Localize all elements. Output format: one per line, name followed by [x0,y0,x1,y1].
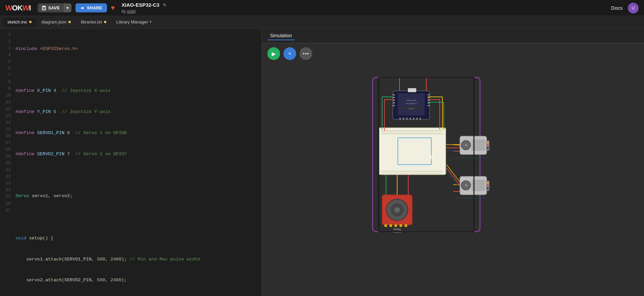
svg-rect-84 [487,182,489,184]
line-num: 7 [0,72,14,79]
line-numbers: 1 2 3 4 5 6 7 8 9 10 11 12 13 14 15 16 1 [0,29,14,296]
svg-rect-39 [381,171,443,172]
docs-link[interactable]: Docs [611,5,623,11]
tab-library-manager[interactable]: Library Manager ▾ [112,17,156,27]
svg-rect-29 [399,118,401,120]
tab-label: libraries.txt [81,19,102,24]
save-icon [42,6,46,10]
svg-text:✕: ✕ [464,183,467,187]
code-line: servo2.attach(SERVO2_PIN, 500, 2400); [15,277,262,284]
tab-label: sketch.ino [7,19,27,24]
svg-rect-78 [487,147,489,149]
save-button[interactable]: SAVE [38,3,64,12]
simulation-canvas: seeed studio XIAO-ESP32-C3 FCC CE [262,64,644,296]
tab-sketch-ino[interactable]: sketch.ino [3,17,36,27]
line-num: 24 [0,187,14,193]
tab-modified-dot [68,21,71,23]
code-line [15,67,262,74]
code-line: #include <ESP32Servo.h> [15,46,262,53]
svg-rect-23 [393,105,395,106]
line-num: 22 [0,173,14,180]
svg-text:XIAO-ESP32-C3: XIAO-ESP32-C3 [406,103,417,105]
topbar-right: Docs U [611,3,639,13]
svg-rect-22 [393,102,395,104]
svg-rect-61 [394,224,397,227]
svg-rect-63 [405,224,407,227]
simulation-header: Simulation [262,29,644,43]
svg-rect-24 [428,94,430,96]
save-dropdown-button[interactable]: ▾ [64,3,71,12]
line-num: 15 [0,126,14,133]
edit-icon[interactable]: ✎ [163,2,167,8]
line-num: 26 [0,200,14,207]
code-lines: 1 2 3 4 5 6 7 8 9 10 11 12 13 14 15 16 1 [0,29,262,296]
svg-rect-33 [413,118,414,120]
tab-label: diagram.json [42,19,66,24]
svg-rect-19 [393,94,395,96]
svg-rect-86 [487,187,489,189]
svg-rect-62 [399,224,402,227]
main-content: 1 2 3 4 5 6 7 8 9 10 11 12 13 14 15 16 1 [0,29,644,296]
save-label: SAVE [48,5,60,10]
more-options-button[interactable]: ●●● [300,47,312,60]
line-num: 16 [0,133,14,139]
svg-rect-32 [410,118,411,120]
project-name: XIAO-ESP32-C3 [121,2,159,8]
tabs-bar: sketch.ino diagram.json libraries.txt Li… [0,16,644,29]
line-num: 3 [0,45,14,52]
share-button[interactable]: SHARE [75,3,107,12]
line-num: 4 [0,52,14,58]
line-num: 27 [0,207,14,214]
line-num: 13 [0,113,14,119]
share-label: SHARE [87,5,102,10]
line-num: 5 [0,59,14,65]
simulation-tab[interactable]: Simulation [267,32,294,40]
avatar[interactable]: U [628,3,639,13]
project-author-link[interactable]: urish [127,9,136,14]
svg-rect-1 [43,6,45,7]
line-num: 9 [0,85,14,92]
favorite-button[interactable]: ♥ [111,4,115,12]
code-content[interactable]: #include <ESP32Servo.h> #define X_PIN 4 … [14,29,262,296]
simulation-panel: Simulation ▶ + ●●● [262,29,644,296]
logo: WOKWI [5,4,31,12]
svg-rect-77 [487,144,489,146]
line-num: 11 [0,99,14,106]
share-icon [80,6,85,10]
project-info: XIAO-ESP32-C3 ✎ by urish [121,2,167,14]
line-num: 12 [0,106,14,113]
tab-modified-dot [29,21,32,23]
line-num: 21 [0,167,14,173]
line-num: 1 [0,32,14,38]
line-num: 8 [0,79,14,85]
play-button[interactable]: ▶ [267,47,280,60]
svg-rect-34 [416,118,418,120]
tab-diagram-json[interactable]: diagram.json [37,17,75,27]
svg-rect-2 [43,8,45,10]
save-button-group[interactable]: SAVE ▾ [38,3,71,12]
line-num: 20 [0,160,14,167]
project-author-line: by urish [121,8,167,14]
svg-text:Analog: Analog [393,228,401,231]
add-component-button[interactable]: + [283,47,296,60]
code-area[interactable]: 1 2 3 4 5 6 7 8 9 10 11 12 13 14 15 16 1 [0,29,262,296]
line-num: 19 [0,153,14,160]
line-num: 6 [0,65,14,72]
svg-rect-36 [379,128,446,175]
tab-libraries-txt[interactable]: libraries.txt [76,17,111,27]
svg-rect-60 [389,224,392,227]
line-num: 25 [0,193,14,200]
line-num: 14 [0,119,14,126]
svg-rect-37 [381,130,443,132]
code-line [15,172,262,179]
project-author-prefix: by [121,9,127,14]
code-line [15,214,262,221]
svg-rect-28 [428,105,430,106]
svg-rect-40 [381,173,443,175]
svg-rect-76 [487,142,489,143]
line-num: 18 [0,146,14,153]
code-line: servo1.attach(SERVO1_PIN, 500, 2400); //… [15,256,262,263]
svg-text:FCC CE: FCC CE [409,108,414,110]
code-line: #define Y_PIN 5 // Joystick Y-axis [15,109,262,116]
circuit-diagram: seeed studio XIAO-ESP32-C3 FCC CE [359,71,547,265]
